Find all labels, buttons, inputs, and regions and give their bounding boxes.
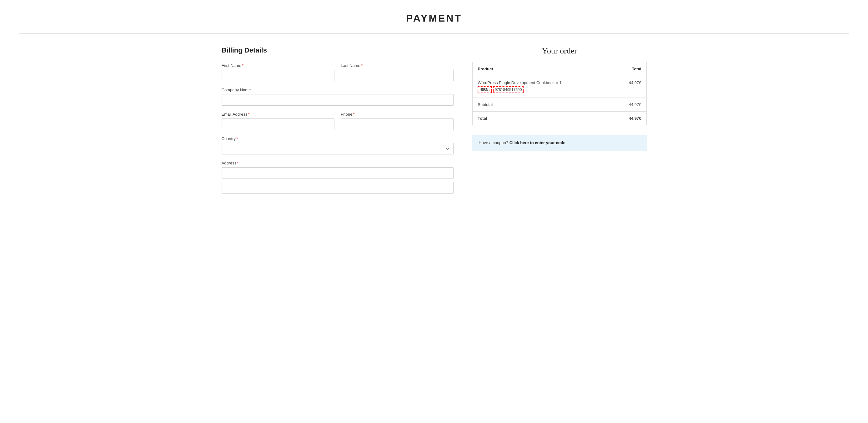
address-required: * bbox=[237, 161, 239, 165]
isbn-label: ISBN: bbox=[477, 86, 492, 93]
last-name-group: Last Name* bbox=[341, 63, 454, 81]
contact-row: Email Address* Phone* bbox=[222, 112, 454, 130]
last-name-required: * bbox=[361, 63, 363, 68]
company-name-group: Company Name bbox=[222, 88, 454, 106]
product-price-cell: 44,97€ bbox=[613, 76, 646, 98]
product-cell: WordPress Plugin Development Cookbook × … bbox=[473, 76, 613, 98]
coupon-box[interactable]: Have a coupon? Click here to enter your … bbox=[472, 135, 646, 151]
order-table: Product Total WordPress Plugin Developme… bbox=[472, 62, 646, 125]
address-line1-input[interactable] bbox=[222, 167, 454, 179]
header-divider bbox=[19, 33, 849, 34]
address-label: Address* bbox=[222, 161, 454, 165]
phone-required: * bbox=[353, 112, 355, 117]
table-header-row: Product Total bbox=[473, 62, 646, 76]
address-line2-input[interactable] bbox=[222, 182, 454, 193]
order-section: Your order Product Total WordPress Plugi… bbox=[472, 46, 646, 200]
product-row: WordPress Plugin Development Cookbook × … bbox=[473, 76, 646, 98]
country-select[interactable] bbox=[222, 143, 454, 154]
total-row: Total 44,97€ bbox=[473, 112, 646, 125]
country-group: Country* bbox=[222, 136, 454, 154]
email-label: Email Address* bbox=[222, 112, 335, 117]
col-total-header: Total bbox=[613, 62, 646, 76]
order-title: Your order bbox=[472, 46, 646, 56]
subtotal-label: Subtotal bbox=[473, 98, 613, 112]
product-name: WordPress Plugin Development Cookbook × … bbox=[477, 80, 608, 85]
total-amount: 44,97€ bbox=[613, 112, 646, 125]
phone-input[interactable] bbox=[341, 119, 454, 130]
subtotal-row: Subtotal 44,97€ bbox=[473, 98, 646, 112]
first-name-input[interactable] bbox=[222, 70, 335, 81]
company-name-input[interactable] bbox=[222, 94, 454, 106]
company-name-label: Company Name bbox=[222, 88, 454, 92]
product-isbn-line: ISBN: 9781849517690 bbox=[477, 86, 608, 93]
email-input[interactable] bbox=[222, 119, 335, 130]
first-name-required: * bbox=[242, 63, 244, 68]
address-group: Address* bbox=[222, 161, 454, 193]
country-required: * bbox=[236, 136, 238, 141]
country-label: Country* bbox=[222, 136, 454, 141]
total-label: Total bbox=[473, 112, 613, 125]
page-title: PAYMENT bbox=[0, 12, 868, 24]
billing-section: Billing Details First Name* Last Name* C… bbox=[222, 46, 454, 200]
billing-title: Billing Details bbox=[222, 46, 454, 54]
first-name-group: First Name* bbox=[222, 63, 335, 81]
email-group: Email Address* bbox=[222, 112, 335, 130]
name-row: First Name* Last Name* bbox=[222, 63, 454, 81]
email-required: * bbox=[248, 112, 250, 117]
first-name-label: First Name* bbox=[222, 63, 335, 68]
coupon-link[interactable]: Click here to enter your code bbox=[509, 140, 565, 145]
last-name-input[interactable] bbox=[341, 70, 454, 81]
phone-group: Phone* bbox=[341, 112, 454, 130]
isbn-value: 9781849517690 bbox=[493, 86, 524, 93]
coupon-prefix: Have a coupon? bbox=[478, 140, 508, 145]
col-product-header: Product bbox=[473, 62, 613, 76]
subtotal-amount: 44,97€ bbox=[613, 98, 646, 112]
phone-label: Phone* bbox=[341, 112, 454, 117]
last-name-label: Last Name* bbox=[341, 63, 454, 68]
